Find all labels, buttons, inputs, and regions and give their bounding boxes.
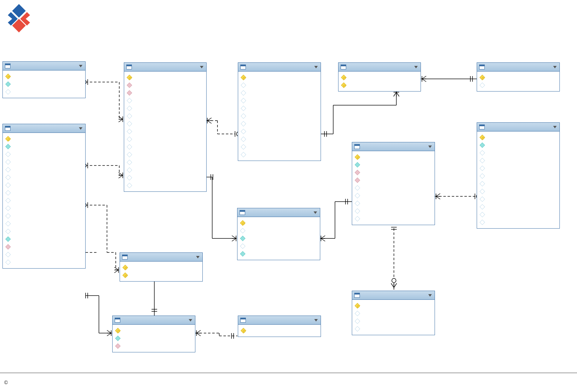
entity-header[interactable] (113, 316, 195, 325)
entity-row[interactable] (354, 302, 432, 310)
entity-row[interactable] (240, 104, 318, 112)
entity-row[interactable] (122, 271, 200, 279)
entity-row[interactable] (5, 143, 83, 150)
entity-row[interactable] (354, 310, 432, 317)
entity-row[interactable] (122, 264, 200, 271)
entity-row[interactable] (5, 189, 83, 197)
entity-header[interactable] (352, 142, 435, 151)
entity-row[interactable] (5, 166, 83, 174)
entity-row[interactable] (126, 143, 204, 151)
entity-header[interactable] (124, 63, 206, 72)
entity-e10[interactable] (352, 142, 435, 225)
collapse-icon[interactable] (79, 65, 82, 67)
entity-row[interactable] (240, 327, 318, 334)
entity-header[interactable] (352, 291, 435, 300)
collapse-icon[interactable] (314, 319, 318, 322)
entity-row[interactable] (126, 120, 204, 128)
entity-row[interactable] (5, 235, 83, 243)
collapse-icon[interactable] (314, 211, 317, 214)
entity-e4[interactable] (120, 252, 203, 282)
entity-row[interactable] (5, 204, 83, 212)
entity-e9[interactable] (338, 62, 421, 92)
entity-e2[interactable] (2, 124, 86, 269)
entity-e3[interactable] (124, 62, 207, 192)
entity-row[interactable] (479, 218, 557, 226)
entity-row[interactable] (354, 169, 432, 176)
entity-row[interactable] (240, 120, 318, 128)
entity-row[interactable] (126, 174, 204, 182)
entity-row[interactable] (479, 195, 557, 203)
entity-header[interactable] (477, 63, 559, 72)
entity-row[interactable] (126, 166, 204, 174)
entity-row[interactable] (115, 334, 193, 342)
entity-row[interactable] (354, 207, 432, 215)
entity-row[interactable] (5, 158, 83, 166)
entity-row[interactable] (354, 200, 432, 207)
collapse-icon[interactable] (553, 126, 557, 128)
collapse-icon[interactable] (414, 66, 418, 68)
collapse-icon[interactable] (79, 127, 82, 130)
collapse-icon[interactable] (314, 66, 318, 68)
entity-row[interactable] (115, 342, 193, 350)
entity-row[interactable] (354, 176, 432, 184)
entity-row[interactable] (5, 135, 83, 143)
entity-row[interactable] (354, 317, 432, 325)
entity-row[interactable] (240, 128, 318, 135)
entity-row[interactable] (479, 164, 557, 172)
entity-row[interactable] (240, 112, 318, 120)
entity-row[interactable] (126, 135, 204, 143)
entity-row[interactable] (5, 174, 83, 181)
entity-row[interactable] (126, 97, 204, 104)
entity-row[interactable] (126, 182, 204, 189)
entity-row[interactable] (5, 150, 83, 158)
entity-row[interactable] (5, 228, 83, 235)
entity-row[interactable] (240, 227, 318, 235)
entity-row[interactable] (126, 128, 204, 135)
entity-header[interactable] (338, 63, 421, 72)
entity-header[interactable] (3, 62, 85, 70)
entity-row[interactable] (240, 135, 318, 143)
entity-row[interactable] (126, 158, 204, 166)
entity-row[interactable] (479, 180, 557, 188)
entity-row[interactable] (5, 88, 83, 96)
collapse-icon[interactable] (428, 146, 432, 148)
entity-e7[interactable] (237, 208, 320, 260)
entity-row[interactable] (126, 81, 204, 89)
entity-row[interactable] (479, 81, 557, 89)
entity-e5[interactable] (112, 316, 195, 352)
entity-row[interactable] (479, 203, 557, 211)
entity-row[interactable] (354, 215, 432, 223)
entity-row[interactable] (479, 157, 557, 164)
entity-e6[interactable] (238, 62, 321, 161)
entity-header[interactable] (120, 253, 202, 262)
collapse-icon[interactable] (189, 319, 192, 322)
entity-row[interactable] (126, 89, 204, 97)
entity-header[interactable] (477, 123, 559, 131)
entity-row[interactable] (354, 325, 432, 333)
entity-row[interactable] (479, 149, 557, 157)
entity-row[interactable] (5, 80, 83, 88)
entity-row[interactable] (5, 181, 83, 189)
entity-row[interactable] (240, 89, 318, 97)
collapse-icon[interactable] (196, 256, 200, 258)
entity-e13[interactable] (477, 122, 560, 229)
entity-row[interactable] (126, 112, 204, 120)
entity-header[interactable] (237, 208, 320, 217)
entity-row[interactable] (354, 153, 432, 161)
entity-e8[interactable] (238, 316, 321, 337)
entity-row[interactable] (5, 220, 83, 228)
entity-row[interactable] (479, 172, 557, 180)
entity-row[interactable] (5, 212, 83, 220)
entity-row[interactable] (240, 97, 318, 104)
collapse-icon[interactable] (200, 66, 203, 68)
entity-row[interactable] (240, 219, 318, 227)
entity-row[interactable] (5, 258, 83, 266)
entity-row[interactable] (126, 151, 204, 158)
entity-row[interactable] (479, 134, 557, 141)
entity-row[interactable] (126, 74, 204, 81)
entity-row[interactable] (126, 104, 204, 112)
entity-row[interactable] (354, 184, 432, 192)
entity-header[interactable] (238, 316, 321, 325)
entity-row[interactable] (5, 73, 83, 80)
entity-row[interactable] (5, 197, 83, 204)
